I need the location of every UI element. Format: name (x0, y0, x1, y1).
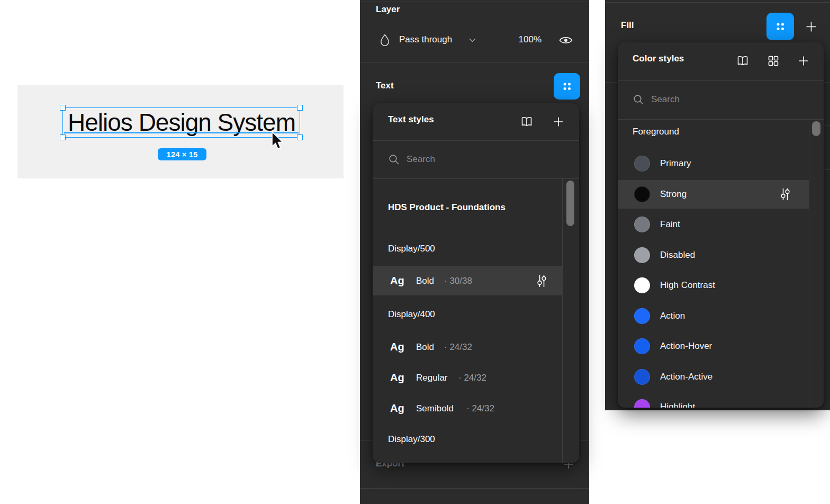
style-name: Regular (416, 373, 448, 383)
style-group-header: Display/300 (388, 434, 435, 445)
section-divider (360, 62, 589, 62)
color-name: Faint (660, 219, 680, 230)
figma-composite-screenshot: Helios Design System 124 × 15 Layer Pass… (0, 0, 830, 504)
add-fill-icon[interactable] (804, 20, 818, 34)
scroll-track-divider (809, 119, 809, 408)
color-swatch (634, 186, 650, 202)
style-library-book-icon[interactable] (520, 115, 534, 129)
scrollbar-thumb[interactable] (812, 121, 820, 136)
color-style-row[interactable]: Action (618, 302, 809, 330)
color-swatch (634, 217, 650, 232)
text-style-applied-button[interactable] (554, 73, 580, 100)
popup-divider (618, 119, 824, 120)
popup-divider (373, 140, 579, 141)
text-style-row[interactable]: Ag Semibold · 24/32 (373, 394, 562, 423)
text-style-row-selected[interactable]: Ag Bold · 30/38 (373, 266, 562, 295)
style-name: Bold (416, 342, 434, 353)
style-group-header: Display/400 (388, 309, 435, 320)
dimension-badge: 124 × 15 (158, 148, 206, 160)
fill-style-applied-button[interactable] (766, 13, 794, 40)
color-name: Disabled (660, 250, 695, 260)
color-name: Highlight (660, 402, 695, 408)
color-styles-popup: Color styles Search Foregroun (618, 42, 824, 408)
color-name: High Contrast (660, 280, 715, 291)
color-swatch (634, 308, 650, 324)
mouse-cursor-icon (270, 131, 285, 151)
search-icon (633, 94, 645, 106)
section-divider-sliver (823, 363, 830, 363)
section-divider-sliver (823, 125, 830, 126)
color-style-row[interactable]: Primary (618, 149, 809, 178)
text-styles-popup: Text styles Search HDS Product - Foundat… (373, 103, 579, 463)
color-style-row[interactable]: Action-Active (618, 363, 809, 391)
style-group-header: Display/500 (388, 244, 435, 254)
color-style-row[interactable]: Disabled (618, 241, 809, 269)
color-name: Action-Hover (660, 341, 712, 352)
selection-handle-bottom-left[interactable] (60, 134, 66, 140)
panel-divider (360, 2, 589, 2)
style-dots-icon (774, 20, 787, 33)
panel-bottom-divider (360, 488, 589, 489)
style-name: Bold (416, 276, 434, 286)
popup-divider (618, 80, 824, 81)
add-text-style-icon[interactable] (552, 115, 565, 129)
edit-style-sliders-icon[interactable] (778, 186, 792, 202)
popup-divider (373, 178, 579, 179)
color-swatch (634, 338, 650, 354)
color-group-header: Foreground (633, 127, 679, 137)
style-detail: · 24/32 (444, 342, 472, 353)
fill-panel: Fill Color styles (605, 0, 830, 410)
style-library-book-icon[interactable] (736, 54, 750, 68)
edit-style-sliders-icon[interactable] (535, 273, 548, 289)
color-style-row[interactable]: Highlight (618, 393, 809, 408)
style-sample: Ag (390, 341, 404, 353)
color-style-row[interactable]: High Contrast (618, 271, 809, 300)
canvas-text[interactable]: Helios Design System (64, 111, 300, 134)
selection-handle-top-right[interactable] (297, 105, 303, 111)
text-section-title: Text (376, 80, 394, 91)
color-name: Action (660, 311, 685, 321)
color-style-row[interactable]: Action-Hover (618, 332, 809, 361)
selection-handle-top-left[interactable] (60, 105, 66, 111)
panel-divider (605, 2, 830, 3)
selection-handle-bottom-right[interactable] (297, 134, 303, 140)
chevron-down-icon[interactable] (469, 38, 476, 43)
color-swatch (634, 156, 650, 172)
text-baseline-indicator (64, 132, 299, 133)
grid-view-icon[interactable] (766, 54, 780, 68)
search-input[interactable]: Search (407, 154, 435, 165)
style-sample: Ag (390, 275, 404, 287)
layer-section-title: Layer (376, 4, 400, 15)
text-styles-popup-title: Text styles (388, 114, 434, 125)
color-swatch (634, 399, 650, 408)
blend-mode-droplet-icon (379, 33, 391, 47)
library-header: HDS Product - Foundations (388, 202, 506, 213)
color-swatch (634, 369, 650, 385)
color-style-row-selected[interactable]: Strong (618, 180, 809, 209)
scrollbar-thumb[interactable] (566, 181, 574, 226)
scroll-track-divider (562, 178, 563, 463)
style-sample: Ag (390, 372, 404, 384)
layer-visibility-eye-icon[interactable] (559, 34, 573, 46)
section-divider-sliver (823, 169, 830, 170)
style-detail: · 24/32 (466, 403, 494, 414)
color-swatch (634, 247, 650, 263)
style-name: Semibold (416, 403, 454, 414)
style-dots-icon (561, 80, 573, 93)
color-name: Primary (660, 158, 691, 169)
style-detail: · 30/38 (444, 276, 472, 286)
blend-mode-select[interactable]: Pass through (399, 34, 452, 45)
search-input[interactable]: Search (651, 94, 680, 105)
text-style-row[interactable]: Ag Bold · 24/32 (373, 332, 562, 362)
design-panel: Layer Pass through 100% Text Export (360, 0, 589, 504)
text-style-row[interactable]: Ag Regular · 24/32 (373, 363, 562, 392)
fill-section-title: Fill (621, 20, 634, 31)
color-styles-popup-title: Color styles (633, 53, 684, 64)
style-sample: Ag (390, 402, 404, 415)
color-name: Action-Active (660, 372, 712, 382)
color-name: Strong (660, 189, 687, 200)
color-swatch (634, 277, 650, 293)
add-color-style-icon[interactable] (797, 54, 810, 68)
layer-opacity-field[interactable]: 100% (512, 34, 542, 45)
color-style-row[interactable]: Faint (618, 210, 809, 239)
